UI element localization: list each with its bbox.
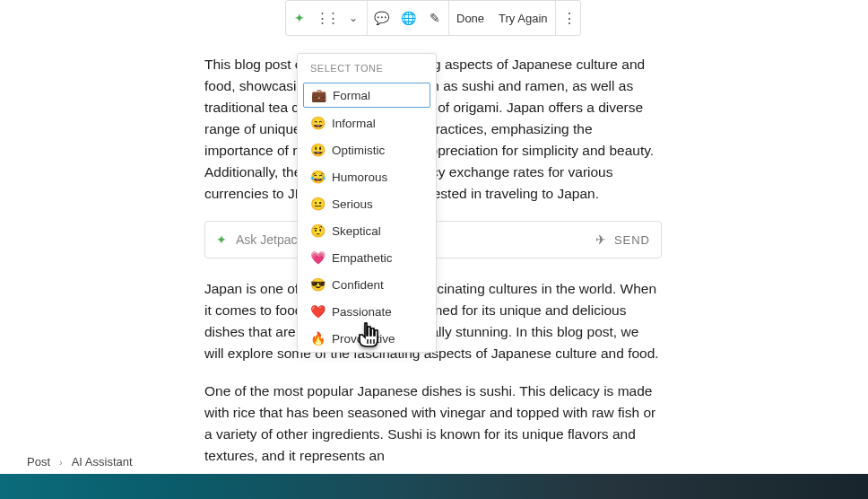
neutral-icon: 😐	[310, 197, 325, 211]
raised-eyebrow-icon: 🤨	[310, 223, 325, 238]
send-label: SEND	[614, 233, 650, 247]
done-button[interactable]: Done	[449, 0, 491, 36]
try-again-button[interactable]: Try Again	[491, 0, 554, 36]
tone-option-humorous[interactable]: 😂 Humorous	[298, 163, 436, 190]
drag-handle[interactable]: ⋮⋮	[313, 0, 340, 36]
globe-icon: 🌐	[401, 11, 416, 25]
sparkle-icon: ✦	[294, 11, 305, 25]
tone-label: Humorous	[332, 171, 387, 184]
chevron-right-icon: ›	[59, 457, 63, 468]
more-options-button[interactable]: ⋮	[556, 0, 583, 36]
tone-label: Informal	[332, 117, 376, 130]
drag-handle-icon: ⋮⋮	[316, 10, 337, 26]
tone-option-provocative[interactable]: 🔥 Provocative	[298, 325, 436, 352]
tone-label: Confident	[332, 278, 384, 292]
edit-button[interactable]: ✎	[421, 0, 448, 36]
sunglasses-icon: 😎	[310, 277, 325, 292]
tone-option-confident[interactable]: 😎 Confident	[298, 271, 436, 298]
chevron-updown-icon: ⌄	[349, 12, 358, 24]
breadcrumb-ai-assistant[interactable]: AI Assistant	[72, 455, 133, 468]
tone-label: Skeptical	[332, 224, 381, 238]
tone-label: Provocative	[332, 332, 395, 346]
chat-button[interactable]: 💬	[368, 0, 395, 36]
tone-label: Passionate	[332, 305, 392, 319]
tone-label: Optimistic	[332, 144, 385, 157]
block-toolbar: ✦ ⋮⋮ ⌄ 💬 🌐 ✎ Done Try Again ⋮	[285, 0, 581, 36]
smile-icon: 😄	[310, 116, 325, 130]
tone-option-optimistic[interactable]: 😃 Optimistic	[298, 136, 436, 163]
ai-sparkle-button[interactable]: ✦	[286, 0, 313, 36]
hearts-icon: 💗	[310, 250, 325, 265]
tone-dropdown-header: SELECT TONE	[298, 54, 436, 81]
vertical-dots-icon: ⋮	[562, 10, 577, 27]
tone-option-formal[interactable]: 💼 Formal	[303, 83, 430, 108]
send-icon: ✈	[595, 232, 607, 247]
breadcrumb-post[interactable]: Post	[27, 455, 50, 468]
tone-option-passionate[interactable]: ❤️ Passionate	[298, 298, 436, 325]
move-updown[interactable]: ⌄	[340, 0, 367, 36]
tone-dropdown: SELECT TONE 💼 Formal 😄 Informal 😃 Optimi…	[297, 53, 437, 353]
heart-icon: ❤️	[310, 304, 325, 319]
tone-label: Formal	[333, 89, 370, 102]
briefcase-icon: 💼	[311, 88, 326, 102]
tone-option-informal[interactable]: 😄 Informal	[298, 109, 436, 136]
send-button[interactable]: ✈ SEND	[595, 232, 650, 247]
fire-icon: 🔥	[310, 331, 325, 346]
breadcrumb: Post › AI Assistant	[27, 455, 133, 468]
grin-icon: 😃	[310, 143, 325, 157]
tone-option-skeptical[interactable]: 🤨 Skeptical	[298, 217, 436, 244]
sparkle-icon: ✦	[216, 232, 227, 247]
laugh-icon: 😂	[310, 170, 325, 184]
globe-button[interactable]: 🌐	[395, 0, 421, 36]
tone-label: Serious	[332, 197, 373, 211]
tone-option-empathetic[interactable]: 💗 Empathetic	[298, 244, 436, 271]
tone-option-serious[interactable]: 😐 Serious	[298, 190, 436, 217]
footer-accent-bar	[0, 474, 868, 499]
pencil-icon: ✎	[430, 11, 440, 25]
chat-icon: 💬	[374, 11, 389, 25]
tone-label: Empathetic	[332, 251, 393, 265]
body-paragraph-2: One of the most popular Japanese dishes …	[204, 381, 662, 467]
